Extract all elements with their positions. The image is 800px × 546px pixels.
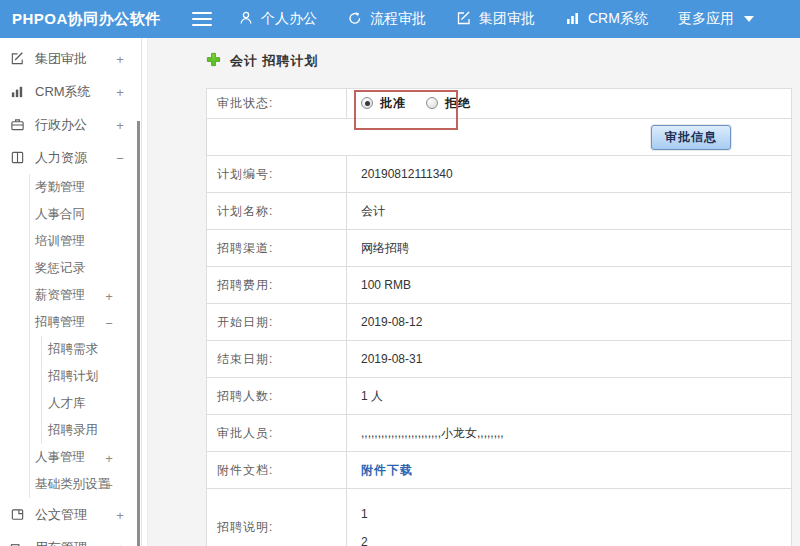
nav-label: CRM系统 [588, 10, 648, 28]
field-label: 结束日期: [207, 341, 347, 378]
sidebar-item-label: 奖惩记录 [35, 260, 85, 277]
sidebar-item-label: 招聘需求 [48, 341, 98, 358]
sidebar-item-label: 人力资源 [35, 149, 87, 167]
sidebar-item-recruit-demand[interactable]: 招聘需求 [42, 336, 147, 363]
radio-reject[interactable] [426, 97, 438, 109]
truck-icon [9, 539, 26, 546]
table-row: 招聘人数: 1 人 [207, 378, 792, 415]
nav-label: 流程审批 [370, 10, 426, 28]
sidebar-item-personnel-mgmt[interactable]: 人事管理 + [30, 444, 147, 471]
sidebar-item-rewards[interactable]: 奖惩记录 [30, 255, 147, 282]
nav-group-approval[interactable]: 集团审批 [456, 10, 535, 29]
field-value: 2019-08-31 [347, 341, 792, 378]
nav-more-apps[interactable]: 更多应用 [678, 10, 754, 28]
sidebar-item-label: 招聘录用 [48, 422, 98, 439]
field-label: 招聘渠道: [207, 230, 347, 267]
sidebar-item-hr[interactable]: 人力资源 − [0, 141, 147, 174]
expand-toggle[interactable]: + [114, 84, 126, 99]
approval-info-button[interactable]: 审批信息 [651, 125, 731, 150]
collapse-toggle[interactable]: − [103, 315, 115, 330]
sidebar-item-vehicle[interactable]: 用车管理 + [0, 531, 147, 546]
sidebar-item-admin-office[interactable]: 行政办公 + [0, 108, 147, 141]
radio-approve[interactable] [361, 97, 373, 109]
sidebar-item-documents[interactable]: 公文管理 + [0, 498, 147, 531]
nav-label: 集团审批 [479, 10, 535, 28]
collapse-toggle[interactable]: − [114, 150, 126, 165]
sidebar-item-group-approval[interactable]: 集团审批 + [0, 42, 147, 75]
nav-label: 个人办公 [261, 10, 317, 28]
top-nav: 个人办公 流程审批 集团审批 [238, 10, 784, 29]
field-label: 开始日期: [207, 304, 347, 341]
status-row: 审批状态: 批准拒绝 [207, 89, 792, 119]
sidebar-item-label: 基础类别设置 [35, 476, 110, 493]
main-content: 会计 招聘计划 审批状态: 批准拒绝 审批信息 计划编号: 2019081211… [148, 38, 800, 546]
process-icon [347, 10, 370, 29]
recruit-submenu: 招聘需求 招聘计划 人才库 招聘录用 [41, 336, 147, 444]
table-row: 招聘渠道: 网络招聘 [207, 230, 792, 267]
sidebar-scrollbar-thumb[interactable] [137, 121, 140, 546]
field-label: 计划名称: [207, 193, 347, 230]
sidebar-scrollbar-track [141, 38, 142, 546]
sidebar-item-attendance[interactable]: 考勤管理 [30, 174, 147, 201]
sidebar-item-base-category[interactable]: 基础类别设置 + [30, 471, 147, 498]
menu-toggle-icon[interactable] [192, 12, 212, 26]
sidebar-item-label: 培训管理 [35, 233, 85, 250]
sidebar-item-label: 用车管理 [35, 539, 87, 546]
table-row: 计划名称: 会计 [207, 193, 792, 230]
expand-toggle[interactable]: + [114, 51, 126, 66]
add-icon [206, 52, 221, 67]
expand-toggle[interactable]: + [103, 288, 115, 303]
sidebar-item-crm[interactable]: CRM系统 + [0, 75, 147, 108]
expand-toggle[interactable]: + [114, 507, 126, 522]
sidebar-item-recruit-hire[interactable]: 招聘录用 [42, 417, 147, 444]
field-value: 1 2 [347, 489, 792, 546]
field-value: 会计 [347, 193, 792, 230]
sidebar-item-label: 人事管理 [35, 449, 85, 466]
sidebar-item-label: 人事合同 [35, 206, 85, 223]
caret-down-icon [744, 16, 754, 22]
page-title: 会计 招聘计划 [206, 52, 792, 88]
field-label: 附件文档: [207, 452, 347, 489]
bar-chart-icon [9, 83, 26, 100]
table-row: 结束日期: 2019-08-31 [207, 341, 792, 378]
sidebar-item-label: 薪资管理 [35, 287, 85, 304]
expand-toggle[interactable]: + [103, 477, 115, 492]
sidebar-item-hr-contract[interactable]: 人事合同 [30, 201, 147, 228]
sidebar-item-label: 考勤管理 [35, 179, 85, 196]
field-value: 2019-08-12 [347, 304, 792, 341]
briefcase-icon [9, 116, 26, 133]
sidebar-item-label: 公文管理 [35, 506, 87, 524]
sidebar-item-label: 招聘管理 [35, 314, 85, 331]
person-icon [238, 10, 261, 29]
table-row: 计划编号: 20190812111340 [207, 156, 792, 193]
attachment-download-link[interactable]: 附件下载 [361, 463, 413, 477]
sidebar-item-label: 人才库 [48, 395, 86, 412]
sidebar-item-recruit-plan[interactable]: 招聘计划 [42, 363, 147, 390]
sidebar-item-training[interactable]: 培训管理 [30, 228, 147, 255]
radio-approve-label[interactable]: 批准 [380, 96, 406, 110]
table-row: 招聘说明: 1 2 [207, 489, 792, 546]
field-value: 网络招聘 [347, 230, 792, 267]
sidebar-item-label: 行政办公 [35, 116, 87, 134]
nav-process-approval[interactable]: 流程审批 [347, 10, 426, 29]
sidebar-item-salary[interactable]: 薪资管理 + [30, 282, 147, 309]
expand-toggle[interactable]: + [114, 117, 126, 132]
sidebar-item-label: 招聘计划 [48, 368, 98, 385]
expand-toggle[interactable]: + [103, 450, 115, 465]
edit-square-icon [456, 10, 479, 29]
field-value: 100 RMB [347, 267, 792, 304]
radio-reject-label[interactable]: 拒绝 [445, 96, 471, 110]
expand-toggle[interactable]: + [114, 540, 126, 546]
book-icon [9, 149, 26, 166]
field-label: 招聘人数: [207, 378, 347, 415]
nav-crm-system[interactable]: CRM系统 [565, 10, 648, 29]
bar-chart-icon [565, 10, 588, 29]
nav-personal-office[interactable]: 个人办公 [238, 10, 317, 29]
edit-square-icon [9, 50, 26, 67]
field-label: 计划编号: [207, 156, 347, 193]
field-label: 招聘费用: [207, 267, 347, 304]
field-value: 1 人 [347, 378, 792, 415]
approval-info-row: 审批信息 [207, 119, 792, 156]
sidebar-item-talent-pool[interactable]: 人才库 [42, 390, 147, 417]
sidebar-item-recruit-mgmt[interactable]: 招聘管理 − [30, 309, 147, 336]
